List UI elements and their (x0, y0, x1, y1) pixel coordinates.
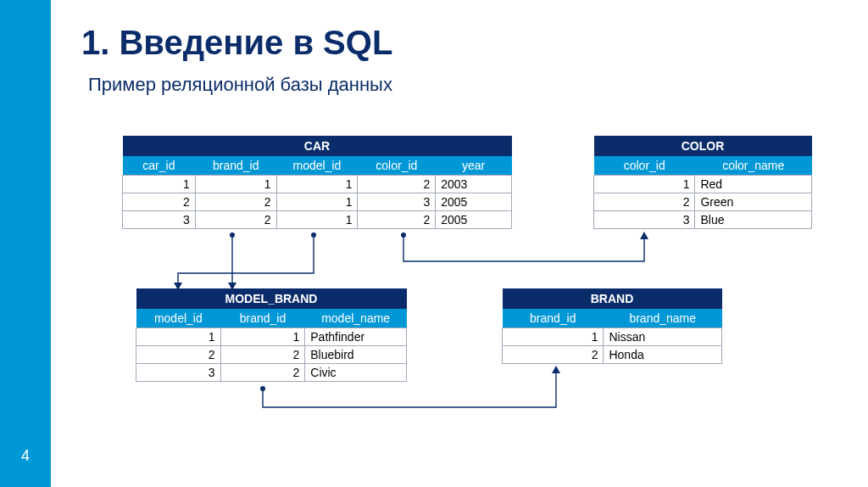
cell: 2 (220, 346, 305, 364)
table-brand-title: BRAND (503, 288, 722, 309)
col-head: car_id (123, 156, 196, 176)
table-car-title: CAR (123, 136, 512, 156)
col-head: color_id (594, 156, 695, 176)
cell: 3 (594, 211, 695, 229)
sidebar-accent: 4 (0, 0, 51, 487)
table-row: 1 Red (594, 176, 812, 193)
cell: 2 (358, 176, 436, 193)
table-row: 3 2 1 2 2005 (123, 211, 512, 229)
cell: Civic (305, 364, 407, 382)
table-color-title: COLOR (594, 136, 812, 156)
cell: Blue (695, 211, 812, 229)
col-head: color_id (358, 156, 436, 176)
table-row: 1 1 1 2 2003 (123, 176, 512, 193)
svg-point-0 (230, 232, 235, 238)
cell: 2 (195, 211, 276, 229)
table-color: COLOR color_id color_name 1 Red 2 Green … (593, 136, 812, 229)
cell: Bluebird (305, 346, 407, 364)
col-head: brand_id (195, 156, 276, 176)
cell: 1 (123, 176, 196, 193)
col-head: model_id (276, 156, 358, 176)
table-row: 2 Honda (503, 346, 722, 364)
cell: 2 (123, 193, 196, 211)
col-head: brand_id (503, 309, 604, 328)
cell: 2003 (436, 176, 512, 193)
table-row: 1 Nissan (503, 328, 722, 346)
table-car: CAR car_id brand_id model_id color_id ye… (122, 136, 512, 229)
cell: 3 (123, 211, 196, 229)
cell: 2 (594, 193, 695, 211)
cell: 1 (503, 328, 604, 346)
col-head: color_name (695, 156, 812, 176)
cell: 2 (220, 364, 305, 382)
slide-subtitle: Пример реляционной базы данных (88, 74, 868, 96)
col-head: brand_id (220, 309, 305, 328)
cell: 1 (195, 176, 276, 193)
cell: Pathfinder (305, 328, 407, 346)
col-head: model_id (136, 309, 221, 328)
table-brand: BRAND brand_id brand_name 1 Nissan 2 Hon… (502, 288, 722, 364)
table-row: 2 2 Bluebird (136, 346, 407, 364)
cell: 1 (220, 328, 305, 346)
table-model-brand: MODEL_BRAND model_id brand_id model_name… (136, 288, 407, 382)
table-row: 3 2 Civic (136, 364, 407, 382)
cell: Green (695, 193, 812, 211)
col-head: model_name (305, 309, 407, 328)
cell: 1 (276, 176, 358, 193)
cell: 2005 (436, 193, 512, 211)
cell: 2 (195, 193, 276, 211)
cell: Red (695, 176, 812, 193)
page-number: 4 (0, 447, 51, 465)
cell: 2 (136, 346, 221, 364)
cell: 2005 (436, 211, 512, 229)
cell: 3 (358, 193, 436, 211)
table-row: 2 Green (594, 193, 812, 211)
cell: 3 (136, 364, 221, 382)
cell: 1 (594, 176, 695, 193)
svg-point-3 (311, 232, 316, 238)
cell: Honda (604, 346, 722, 364)
svg-marker-8 (552, 366, 560, 373)
slide-title: 1. Введение в SQL (81, 24, 868, 62)
table-row: 3 Blue (594, 211, 812, 229)
er-diagram: CAR car_id brand_id model_id color_id ye… (51, 136, 848, 475)
svg-point-5 (401, 232, 406, 238)
cell: 1 (136, 328, 221, 346)
cell: Nissan (604, 328, 722, 346)
table-row: 2 2 1 3 2005 (123, 193, 512, 211)
cell: 1 (276, 211, 358, 229)
cell: 1 (276, 193, 358, 211)
svg-marker-6 (640, 232, 648, 239)
col-head: brand_name (604, 309, 722, 328)
table-row: 1 1 Pathfinder (136, 328, 407, 346)
table-model-brand-title: MODEL_BRAND (136, 288, 407, 309)
cell: 2 (358, 211, 436, 229)
cell: 2 (503, 346, 604, 364)
svg-point-7 (260, 386, 265, 391)
col-head: year (436, 156, 512, 176)
